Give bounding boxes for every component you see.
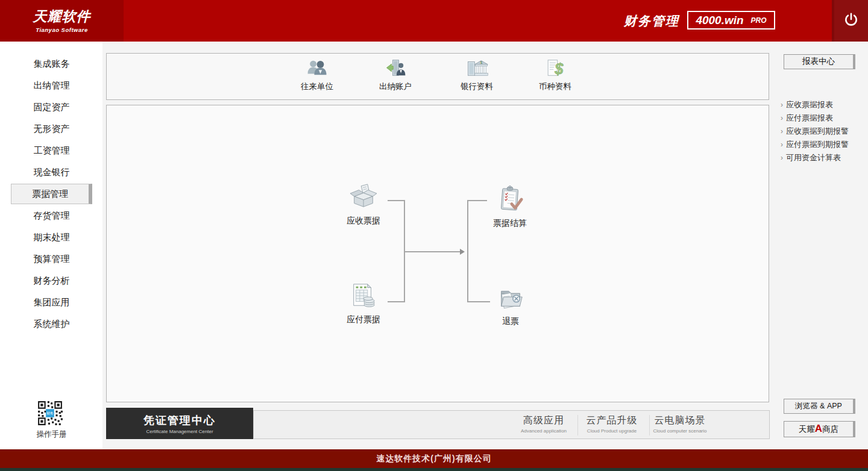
store-label-prefix: 天耀 bbox=[799, 425, 815, 434]
promo-advanced-application[interactable]: 高级应用 Advanced application bbox=[510, 414, 577, 434]
node-label: 退票 bbox=[502, 316, 519, 327]
chevron-right-icon: › bbox=[781, 154, 783, 162]
page-title: 财务管理 bbox=[624, 13, 679, 30]
connector-line bbox=[467, 200, 468, 302]
receivable-notes-icon bbox=[350, 182, 377, 213]
banner-title: 凭证管理中心 bbox=[143, 413, 216, 428]
header-bar: 天耀软件 Tianyao Software 财务管理 4000.win PRO bbox=[0, 0, 868, 42]
toolbar-item-currency-info[interactable]: $ 币种资料 bbox=[526, 58, 584, 92]
link-payable-notes-report[interactable]: ›应付票据报表 bbox=[781, 111, 865, 125]
sidebar-item-financial-analysis[interactable]: 财务分析 bbox=[11, 270, 92, 291]
promo-cloud-computer-scenario[interactable]: 云电脑场景 Cloud computer scenario bbox=[646, 414, 714, 434]
tianyao-store-button[interactable]: 天耀A商店 bbox=[784, 421, 855, 437]
promo-sublabel: Cloud Product upgrade bbox=[587, 428, 637, 434]
sidebar-item-intangible-assets[interactable]: 无形资产 bbox=[11, 119, 92, 139]
report-links: ›应收票据报表 ›应付票据报表 ›应收票据到期报警 ›应付票据到期报警 ›可用资… bbox=[781, 98, 865, 164]
chevron-right-icon: › bbox=[781, 127, 783, 136]
toolbar-item-label: 出纳账户 bbox=[379, 81, 412, 92]
promo-sublabel: Advanced application bbox=[521, 428, 567, 434]
connector-line bbox=[467, 200, 487, 201]
node-ticket-refund[interactable]: 退票 bbox=[483, 283, 538, 327]
version-badge: 4000.win PRO bbox=[687, 11, 775, 30]
promo-bar: 高级应用 Advanced application 云产品升级 Cloud Pr… bbox=[253, 410, 770, 439]
toolbar-item-bank-info[interactable]: $ 银行资料 bbox=[448, 58, 506, 92]
promo-label: 云产品升级 bbox=[587, 414, 638, 427]
svg-text:$: $ bbox=[480, 61, 482, 64]
left-sidebar: 集成账务 出纳管理 固定资产 无形资产 工资管理 现金银行 票据管理 存货管理 … bbox=[0, 42, 102, 449]
toolbar-item-label: 往来单位 bbox=[301, 81, 333, 92]
sidebar-item-system-maintenance[interactable]: 系统维护 bbox=[11, 314, 92, 334]
link-payable-due-alert[interactable]: ›应付票据到期报警 bbox=[781, 138, 865, 151]
banner-subtitle: Certificate Management Center bbox=[146, 429, 213, 434]
svg-text:$: $ bbox=[554, 60, 564, 77]
payable-notes-icon bbox=[350, 281, 377, 311]
sidebar-item-integrated-accounting[interactable]: 集成账务 bbox=[11, 54, 92, 74]
report-center-button[interactable]: 报表中心 bbox=[784, 54, 855, 69]
chevron-right-icon: › bbox=[781, 101, 783, 109]
logo-title: 天耀软件 bbox=[0, 7, 124, 26]
store-label-a: A bbox=[815, 423, 822, 434]
logo: 天耀软件 Tianyao Software bbox=[0, 0, 124, 42]
qr-center-label: 财务 bbox=[46, 411, 54, 415]
note-settlement-icon bbox=[496, 185, 524, 215]
connector-line bbox=[388, 200, 404, 201]
contacts-icon bbox=[306, 58, 329, 80]
operation-manual-link[interactable]: 操作手册 bbox=[11, 429, 92, 440]
node-receivable-notes[interactable]: 应收票据 bbox=[336, 182, 391, 226]
node-label: 应付票据 bbox=[347, 314, 380, 325]
power-icon bbox=[843, 12, 859, 30]
node-bill-settlement[interactable]: 票据结算 bbox=[482, 185, 538, 229]
cashier-account-icon bbox=[384, 58, 407, 80]
sidebar-item-cash-bank[interactable]: 现金银行 bbox=[11, 162, 92, 182]
master-data-toolbar: 往来单位 出纳账户 bbox=[106, 53, 769, 100]
chevron-right-icon: › bbox=[781, 140, 783, 149]
sidebar-item-bill-management[interactable]: 票据管理 bbox=[11, 184, 92, 204]
version-edition: PRO bbox=[751, 16, 767, 25]
sidebar-item-period-end[interactable]: 期末处理 bbox=[11, 227, 92, 248]
power-button[interactable] bbox=[832, 0, 868, 42]
currency-icon: $ bbox=[544, 58, 567, 80]
ticket-refund-icon bbox=[497, 283, 524, 313]
connector-line bbox=[467, 301, 490, 302]
link-receivable-due-alert[interactable]: ›应收票据到期报警 bbox=[781, 125, 865, 138]
chevron-right-icon: › bbox=[781, 114, 783, 122]
node-payable-notes[interactable]: 应付票据 bbox=[336, 281, 391, 325]
footer-strip bbox=[0, 468, 868, 471]
browser-app-button[interactable]: 浏览器 & APP bbox=[784, 399, 855, 414]
link-available-funds-calc[interactable]: ›可用资金计算表 bbox=[781, 151, 865, 164]
connector-arrow bbox=[460, 249, 465, 255]
voucher-center-banner[interactable]: 凭证管理中心 Certificate Management Center bbox=[106, 408, 253, 439]
manual-qr-code: 财务 bbox=[37, 400, 63, 429]
logo-subtitle: Tianyao Software bbox=[0, 27, 124, 33]
connector-line bbox=[404, 251, 461, 252]
toolbar-item-contacts[interactable]: 往来单位 bbox=[288, 58, 346, 92]
version-number: 4000.win bbox=[696, 14, 743, 27]
promo-label: 高级应用 bbox=[523, 414, 564, 427]
bank-icon: $ bbox=[465, 58, 488, 80]
toolbar-item-cashier-account[interactable]: 出纳账户 bbox=[366, 58, 424, 92]
toolbar-item-label: 银行资料 bbox=[461, 81, 493, 92]
store-label-suffix: 商店 bbox=[822, 425, 838, 434]
app-window: 天耀软件 Tianyao Software 财务管理 4000.win PRO … bbox=[0, 0, 868, 471]
connector-line bbox=[388, 301, 404, 302]
promo-cloud-product-upgrade[interactable]: 云产品升级 Cloud Product upgrade bbox=[578, 414, 646, 434]
node-label: 应收票据 bbox=[347, 216, 380, 226]
sidebar-item-budget[interactable]: 预算管理 bbox=[11, 249, 92, 269]
sidebar-item-inventory[interactable]: 存货管理 bbox=[11, 205, 92, 226]
flowchart-canvas: 应收票据 bbox=[106, 105, 769, 402]
sidebar-item-payroll[interactable]: 工资管理 bbox=[11, 140, 92, 161]
promo-sublabel: Cloud computer scenario bbox=[653, 428, 707, 434]
sidebar-item-fixed-assets[interactable]: 固定资产 bbox=[11, 97, 92, 117]
sidebar-item-group-application[interactable]: 集团应用 bbox=[11, 292, 92, 313]
link-receivable-notes-report[interactable]: ›应收票据报表 bbox=[781, 98, 865, 111]
promo-label: 云电脑场景 bbox=[655, 414, 706, 427]
company-name: 速达软件技术(广州)有限公司 bbox=[376, 454, 491, 464]
node-label: 票据结算 bbox=[493, 218, 527, 229]
toolbar-item-label: 币种资料 bbox=[539, 81, 571, 92]
sidebar-item-cashier-management[interactable]: 出纳管理 bbox=[11, 75, 92, 96]
footer-bar: 速达软件技术(广州)有限公司 bbox=[0, 449, 868, 468]
